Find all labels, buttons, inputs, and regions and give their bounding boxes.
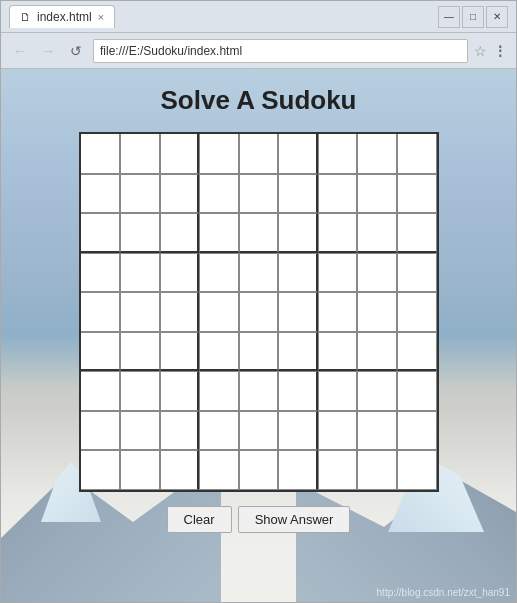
sudoku-cell[interactable] — [160, 292, 200, 332]
sudoku-cell[interactable] — [81, 174, 121, 214]
sudoku-cell[interactable] — [357, 174, 397, 214]
sudoku-cell[interactable] — [239, 450, 279, 490]
browser-menu-button[interactable]: ⋮ — [493, 43, 508, 59]
close-button[interactable]: ✕ — [486, 6, 508, 28]
tab-title: index.html — [37, 10, 92, 24]
sudoku-cell[interactable] — [160, 253, 200, 293]
sudoku-cell[interactable] — [318, 134, 358, 174]
sudoku-cell[interactable] — [81, 332, 121, 372]
sudoku-cell[interactable] — [160, 174, 200, 214]
sudoku-cell[interactable] — [278, 450, 318, 490]
sudoku-cell[interactable] — [318, 450, 358, 490]
sudoku-cell[interactable] — [81, 292, 121, 332]
sudoku-cell[interactable] — [120, 332, 160, 372]
sudoku-cell[interactable] — [397, 253, 437, 293]
sudoku-cell[interactable] — [120, 253, 160, 293]
sudoku-cell[interactable] — [199, 213, 239, 253]
sudoku-cell[interactable] — [120, 134, 160, 174]
sudoku-cell[interactable] — [81, 411, 121, 451]
sudoku-cell[interactable] — [318, 174, 358, 214]
sudoku-cell[interactable] — [160, 134, 200, 174]
sudoku-cell[interactable] — [239, 371, 279, 411]
sudoku-cell[interactable] — [239, 411, 279, 451]
sudoku-cell[interactable] — [239, 134, 279, 174]
url-input[interactable] — [93, 39, 468, 63]
sudoku-cell[interactable] — [160, 332, 200, 372]
sudoku-cell[interactable] — [318, 213, 358, 253]
sudoku-cell[interactable] — [278, 332, 318, 372]
sudoku-cell[interactable] — [278, 411, 318, 451]
clear-button[interactable]: Clear — [167, 506, 232, 533]
sudoku-cell[interactable] — [278, 253, 318, 293]
sudoku-cell[interactable] — [397, 134, 437, 174]
show-answer-button[interactable]: Show Answer — [238, 506, 351, 533]
sudoku-cell[interactable] — [239, 253, 279, 293]
sudoku-cell[interactable] — [318, 253, 358, 293]
page-title: Solve A Sudoku — [161, 85, 357, 116]
sudoku-grid — [79, 132, 439, 492]
sudoku-cell[interactable] — [357, 411, 397, 451]
sudoku-cell[interactable] — [278, 134, 318, 174]
sudoku-cell[interactable] — [357, 213, 397, 253]
sudoku-cell[interactable] — [120, 450, 160, 490]
tab-icon: 🗋 — [20, 11, 31, 23]
sudoku-cell[interactable] — [120, 213, 160, 253]
sudoku-cell[interactable] — [357, 134, 397, 174]
maximize-button[interactable]: □ — [462, 6, 484, 28]
sudoku-cell[interactable] — [318, 332, 358, 372]
sudoku-cell[interactable] — [397, 174, 437, 214]
sudoku-cell[interactable] — [397, 371, 437, 411]
sudoku-cell[interactable] — [81, 450, 121, 490]
sudoku-cell[interactable] — [160, 371, 200, 411]
sudoku-cell[interactable] — [318, 292, 358, 332]
sudoku-cell[interactable] — [278, 174, 318, 214]
sudoku-cell[interactable] — [357, 332, 397, 372]
sudoku-cell[interactable] — [239, 292, 279, 332]
sudoku-cell[interactable] — [239, 332, 279, 372]
sudoku-cell[interactable] — [120, 174, 160, 214]
browser-tab[interactable]: 🗋 index.html × — [9, 5, 115, 28]
sudoku-cell[interactable] — [397, 450, 437, 490]
sudoku-cell[interactable] — [239, 213, 279, 253]
title-bar: 🗋 index.html × ― □ ✕ — [1, 1, 516, 33]
sudoku-cell[interactable] — [199, 450, 239, 490]
sudoku-cell[interactable] — [81, 371, 121, 411]
sudoku-cell[interactable] — [357, 371, 397, 411]
forward-button[interactable]: → — [37, 40, 59, 62]
sudoku-cell[interactable] — [160, 450, 200, 490]
sudoku-cell[interactable] — [239, 174, 279, 214]
sudoku-cell[interactable] — [199, 411, 239, 451]
sudoku-cell[interactable] — [357, 292, 397, 332]
minimize-button[interactable]: ― — [438, 6, 460, 28]
sudoku-cell[interactable] — [120, 292, 160, 332]
sudoku-cell[interactable] — [397, 332, 437, 372]
sudoku-cell[interactable] — [397, 213, 437, 253]
sudoku-cell[interactable] — [199, 134, 239, 174]
browser-window: 🗋 index.html × ― □ ✕ ← → ↺ ☆ ⋮ Solve A S… — [0, 0, 517, 603]
sudoku-cell[interactable] — [397, 292, 437, 332]
sudoku-cell[interactable] — [199, 292, 239, 332]
sudoku-cell[interactable] — [199, 371, 239, 411]
bookmark-button[interactable]: ☆ — [474, 43, 487, 59]
sudoku-cell[interactable] — [397, 411, 437, 451]
tab-close-button[interactable]: × — [98, 11, 104, 23]
sudoku-cell[interactable] — [81, 213, 121, 253]
sudoku-cell[interactable] — [120, 411, 160, 451]
sudoku-cell[interactable] — [318, 371, 358, 411]
sudoku-cell[interactable] — [81, 253, 121, 293]
sudoku-cell[interactable] — [81, 134, 121, 174]
sudoku-cell[interactable] — [278, 371, 318, 411]
sudoku-cell[interactable] — [199, 332, 239, 372]
sudoku-cell[interactable] — [357, 450, 397, 490]
sudoku-cell[interactable] — [357, 253, 397, 293]
sudoku-cell[interactable] — [318, 411, 358, 451]
refresh-button[interactable]: ↺ — [65, 40, 87, 62]
sudoku-cell[interactable] — [199, 253, 239, 293]
sudoku-cell[interactable] — [278, 292, 318, 332]
sudoku-cell[interactable] — [160, 411, 200, 451]
sudoku-cell[interactable] — [120, 371, 160, 411]
sudoku-cell[interactable] — [199, 174, 239, 214]
sudoku-cell[interactable] — [278, 213, 318, 253]
sudoku-cell[interactable] — [160, 213, 200, 253]
back-button[interactable]: ← — [9, 40, 31, 62]
